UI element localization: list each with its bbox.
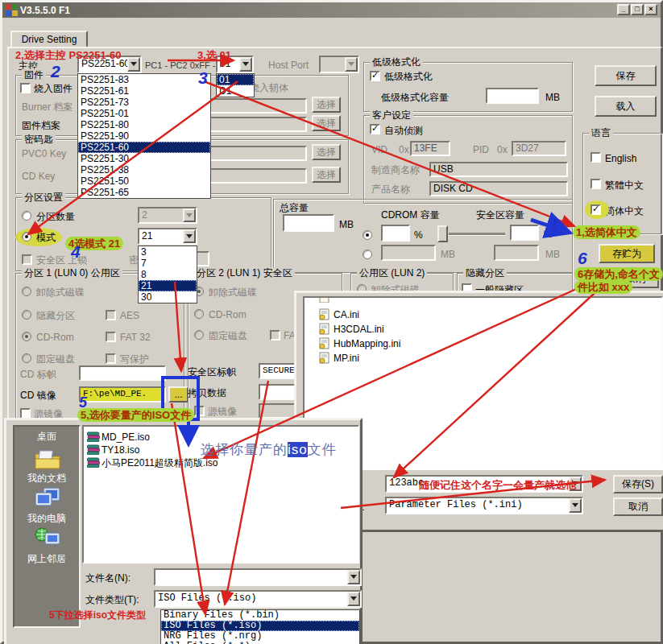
list-item[interactable]: MD_PE.iso [102,431,150,443]
p1-aes-checkbox [106,310,116,320]
p2-removable-label: 卸除式磁碟 [209,287,257,298]
mode-value: 21 [142,230,152,242]
english-checkbox[interactable] [590,152,601,163]
list-item[interactable]: PS2251-61 [78,85,210,97]
chevron-down-icon [183,208,196,222]
list-item[interactable]: PS2251-83 [78,74,210,85]
p1-writeprotect-label: 写保护 [120,353,149,365]
list-item[interactable]: PS2251-30 [78,153,210,164]
load-button[interactable]: 载入 [595,96,657,117]
list-item[interactable]: PS2251-65 [78,187,210,198]
save-as-button[interactable]: 存贮为 [599,244,655,263]
mode-combo[interactable]: 21 [138,228,197,245]
customer-group-label: 客户设定 [370,109,413,121]
list-item[interactable]: PS2251-01 [78,108,210,119]
mode-dropdown-list[interactable]: 3 7 8 21 30 [138,246,197,303]
burn-firmware-checkbox[interactable] [20,83,31,93]
chevron-down-icon[interactable] [239,57,252,72]
port-dropdown-list[interactable]: 01 D1 [216,73,255,97]
list-item[interactable]: MP.ini [334,353,359,364]
sidebar-item-computer[interactable]: 我的电脑 [13,512,81,526]
list-item[interactable]: 小马PE2011超级精简版.iso [102,457,218,469]
p1-fixed-label: 固定磁盘 [36,353,75,365]
cd-flag-input[interactable] [79,365,166,381]
step6-number: 6 [578,250,587,266]
sidebar-item-documents[interactable]: 我的文档 [13,472,81,485]
p1-fat32-checkbox [106,332,116,342]
simplified-label: 简体中文 [605,205,644,217]
secure-slider-track[interactable] [449,233,505,236]
open-filetype-combo[interactable]: ISO Files (*.iso) [154,590,362,608]
chevron-down-icon[interactable] [127,57,140,72]
lowlevel-group-label: 低级格式化 [370,56,423,68]
app-icon [6,4,18,16]
product-label: 产品名称 [371,184,410,195]
list-item[interactable]: PS2251-73 [78,97,210,108]
ini-file-icon [319,323,330,335]
tab-drive-setting[interactable]: Drive Setting [10,31,88,47]
close-button[interactable]: × [644,4,657,15]
secure-slider-thumb[interactable] [437,225,448,242]
partition-count-label: 分区数量 [36,211,75,222]
open-filename-combo[interactable] [154,568,362,586]
firmware-select-button: 选择 [312,115,341,131]
list-item-selected[interactable]: 21 [139,280,197,291]
iso-hint-highlight: iso [288,442,308,457]
secure-mb-label: MB [545,249,560,260]
p1-hidden-label: 隐藏分区 [36,310,75,321]
maximize-button[interactable]: □ [631,4,644,15]
chevron-down-icon[interactable] [569,498,582,513]
list-item-selected[interactable]: 01 [217,74,254,85]
total-capacity-input[interactable] [283,214,334,232]
list-item[interactable]: PS2251-90 [78,130,210,142]
select-label: 选择 [317,98,336,112]
firmware-group-label: 固件 [22,69,46,80]
sidebar-item-network[interactable]: 网上邻居 [13,552,81,566]
lowlevel-capacity-input[interactable] [486,88,539,104]
simplified-checkbox[interactable] [590,204,601,215]
save-filetype-combo[interactable]: Parameter Files (*.ini) [385,497,583,514]
dialog-cancel-button[interactable]: 取消 [613,497,663,516]
minimize-button[interactable]: _ [617,4,630,15]
list-item[interactable]: HubMapping.ini [334,338,400,349]
lowlevel-checkbox[interactable] [370,71,380,81]
p2-fixed-radio [194,330,204,340]
mode-radio[interactable] [22,232,31,242]
select-label: 选择 [317,168,336,182]
list-item[interactable]: 8 [139,269,197,280]
traditional-checkbox[interactable] [590,179,601,189]
chevron-down-icon[interactable] [183,229,196,243]
list-item[interactable]: 3 [139,246,197,258]
cdrom-capacity-label: CDROM 容量 [381,209,440,221]
p2-cdrom-label: CD-Rom [209,309,247,320]
list-item[interactable]: TY18.iso [102,444,139,456]
dialog-save-label: 保存(S) [622,477,654,491]
host-port-label: Host Port [268,60,309,71]
auto-detect-checkbox[interactable] [370,124,380,134]
save-button[interactable]: 保存 [595,65,657,86]
cdrom-percent-radio[interactable] [363,230,372,240]
filetype-dropdown-list[interactable]: Binary Files (*.bin) ISO Files (*.iso) N… [160,609,360,644]
secure-percent-input[interactable] [510,225,539,241]
list-item[interactable]: 7 [139,258,197,269]
cdrom-percent-input[interactable] [381,225,410,242]
vid-input: 13FE [410,141,450,156]
list-item[interactable]: D1 [217,85,254,97]
list-item[interactable]: PS2251-50 [78,175,210,187]
secure-capacity-label: 安全区容量 [476,209,524,221]
cdrom-mb-radio[interactable] [363,250,372,259]
dialog-save-button[interactable]: 保存(S) [613,475,663,493]
list-item[interactable]: PS2251-80 [78,119,210,130]
chevron-down-icon[interactable] [347,570,360,584]
list-item[interactable]: PS2251-38 [78,164,210,175]
vid-label: VID [371,144,387,155]
partition-count-radio[interactable] [22,211,31,221]
list-item-selected[interactable]: PS2251-60 [78,142,210,153]
list-item[interactable]: H3CDAL.ini [334,324,384,335]
cd-image-input[interactable]: F:\pe\MD_PE. [79,386,166,402]
chevron-down-icon[interactable] [347,592,360,606]
list-item[interactable]: CA.ini [334,309,359,320]
sidebar-item-desktop[interactable]: 桌面 [13,430,81,444]
controller-dropdown-list[interactable]: PS2251-83 PS2251-61 PS2251-73 PS2251-01 … [77,73,211,199]
list-item[interactable]: 30 [139,291,197,303]
